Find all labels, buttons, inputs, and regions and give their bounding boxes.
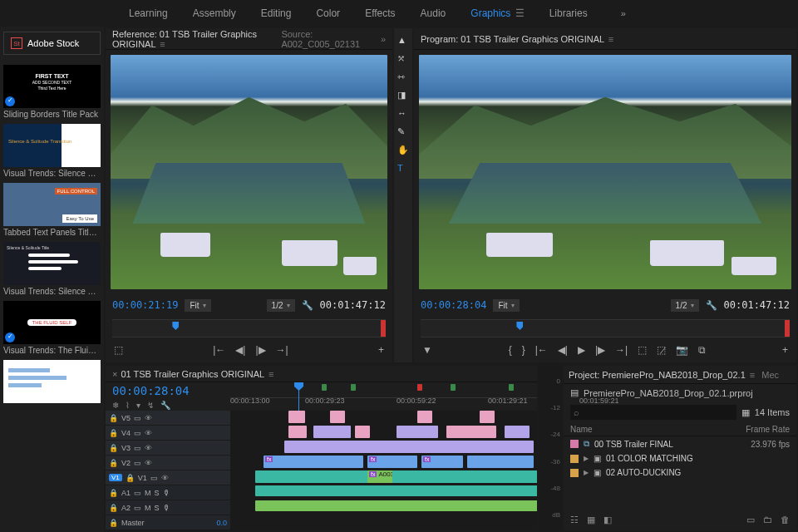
scrub-bar[interactable] bbox=[421, 319, 790, 337]
toggle-output[interactable]: ▭ bbox=[134, 414, 141, 422]
source-patch[interactable]: V1 bbox=[109, 474, 122, 481]
selection-tool-icon[interactable]: ▲ bbox=[397, 35, 409, 47]
zoom-dropdown[interactable]: Fit bbox=[493, 299, 519, 312]
ws-learning[interactable]: Learning bbox=[129, 7, 168, 19]
wrench-icon[interactable]: 🔧 bbox=[160, 401, 170, 410]
tool-column: ▲ ⤱ ⇿ ◨ ↔ ✎ ✋ T bbox=[394, 28, 412, 362]
playhead-icon[interactable] bbox=[516, 322, 523, 330]
ws-editing[interactable]: Editing bbox=[261, 7, 292, 19]
fx-button[interactable]: ⬚ bbox=[114, 344, 123, 356]
new-item-icon[interactable]: ▭ bbox=[746, 515, 755, 525]
export-frame-button[interactable]: 📷 bbox=[676, 344, 688, 356]
template-item[interactable]: FIRST TEXTADD SECOND TEXTThird Text Here… bbox=[3, 65, 101, 119]
ws-libraries[interactable]: Libraries bbox=[549, 7, 588, 19]
out-marker[interactable] bbox=[785, 320, 790, 337]
link-icon[interactable]: ⌇ bbox=[126, 401, 130, 410]
mark-out-button[interactable]: →| bbox=[276, 344, 288, 356]
chevron-right-icon[interactable]: ▶ bbox=[584, 455, 589, 462]
go-out-button[interactable]: →| bbox=[615, 344, 628, 356]
playhead-icon[interactable] bbox=[172, 322, 179, 330]
reference-viewer[interactable] bbox=[111, 55, 387, 289]
timecode-in[interactable]: 00:00:28:04 bbox=[421, 299, 486, 311]
template-thumb: FIRST TEXTADD SECOND TEXTThird Text Here… bbox=[3, 65, 101, 108]
new-bin-icon[interactable]: 🗀 bbox=[763, 515, 772, 525]
filter-icon[interactable]: ▦ bbox=[741, 407, 750, 418]
step-fwd-button[interactable]: |▶ bbox=[255, 344, 265, 356]
panel-menu-icon[interactable]: ≡ bbox=[160, 39, 165, 49]
lock-icon[interactable]: 🔒 bbox=[109, 414, 118, 422]
settings-icon[interactable]: 🔧 bbox=[302, 300, 313, 311]
panel-menu-icon[interactable]: ≡ bbox=[608, 34, 613, 44]
comparison-button[interactable]: ⧉ bbox=[698, 344, 706, 356]
snap-icon[interactable]: ❄ bbox=[112, 401, 119, 410]
template-thumb: THE FLUID SELF✓ bbox=[3, 301, 101, 344]
trash-icon[interactable]: 🗑 bbox=[781, 515, 790, 525]
play-button[interactable]: ▶ bbox=[578, 344, 585, 356]
button-editor[interactable]: + bbox=[378, 344, 384, 356]
timeline-tracks[interactable]: fx fx fx fxA003 bbox=[230, 411, 537, 530]
scrub-bar[interactable] bbox=[112, 319, 386, 337]
template-item[interactable]: Silence & Solitude Title Visual Trends: … bbox=[3, 242, 101, 296]
icon-view-icon[interactable]: ▦ bbox=[587, 515, 595, 525]
program-tab[interactable]: Program: 01 TSB Trailer Graphics ORIGINA… bbox=[421, 34, 613, 44]
track-select-tool-icon[interactable]: ⤱ bbox=[397, 53, 409, 65]
hand-tool-icon[interactable]: ✋ bbox=[397, 145, 409, 156]
zoom-dropdown[interactable]: Fit bbox=[185, 299, 210, 312]
ws-graphics[interactable]: Graphics ☰ bbox=[470, 7, 524, 19]
settings-icon[interactable]: 🔧 bbox=[706, 300, 717, 311]
out-marker[interactable] bbox=[381, 320, 386, 337]
tab-overflow[interactable]: » bbox=[381, 34, 386, 44]
timeline-timecode[interactable]: 00:00:28:04 bbox=[112, 384, 230, 397]
col-name[interactable]: Name bbox=[570, 425, 746, 434]
button-editor[interactable]: + bbox=[782, 344, 788, 356]
template-item[interactable]: THE FLUID SELF✓ Visual Trends: The Fluid… bbox=[3, 301, 101, 355]
razor-tool-icon[interactable]: ◨ bbox=[397, 90, 409, 101]
marker-button[interactable]: ▼ bbox=[422, 344, 432, 356]
reference-monitor: Reference: 01 TSB Trailer Graphics ORIGI… bbox=[106, 28, 392, 362]
extract-button[interactable]: ⬚̷ bbox=[657, 344, 666, 356]
resolution-dropdown[interactable]: 1/2 bbox=[267, 299, 295, 312]
step-back-button[interactable]: ◀| bbox=[235, 344, 245, 356]
mark-in-button[interactable]: |← bbox=[213, 344, 225, 356]
ripple-tool-icon[interactable]: ⇿ bbox=[397, 71, 409, 83]
timeline-ruler[interactable]: 00:00:13:00 00:00:29:23 00:00:59:22 00:0… bbox=[230, 382, 537, 411]
project-item[interactable]: ⧉00 TSB Trailer FINAL23.976 fps bbox=[564, 436, 796, 451]
lift-button[interactable]: ⬚ bbox=[638, 344, 647, 356]
project-tab[interactable]: Project: PremierePro_NAB2018_Drop_02.1 ≡ bbox=[569, 370, 755, 380]
reference-tab[interactable]: Reference: 01 TSB Trailer Graphics ORIGI… bbox=[112, 29, 271, 49]
pen-tool-icon[interactable]: ✎ bbox=[397, 126, 409, 138]
resolution-dropdown[interactable]: 1/2 bbox=[671, 299, 699, 312]
template-item[interactable] bbox=[3, 360, 101, 403]
type-tool-icon[interactable]: T bbox=[397, 163, 409, 175]
step-fwd-button[interactable]: |▶ bbox=[595, 344, 605, 356]
mark-in-button[interactable]: { bbox=[509, 344, 512, 356]
mic-icon[interactable]: 🎙 bbox=[163, 489, 170, 497]
ws-effects[interactable]: Effects bbox=[365, 7, 395, 19]
source-tab[interactable]: Source: A002_C005_02131 bbox=[281, 29, 370, 49]
col-framerate[interactable]: Frame Rate bbox=[746, 425, 790, 434]
project-item[interactable]: ▶▣02 AUTO-DUCKING bbox=[564, 466, 796, 480]
timecode-in[interactable]: 00:00:21:19 bbox=[112, 299, 178, 311]
list-view-icon[interactable]: ☷ bbox=[570, 515, 579, 525]
slip-tool-icon[interactable]: ↔ bbox=[397, 108, 409, 120]
eye-icon[interactable]: 👁 bbox=[145, 414, 152, 422]
chevron-right-icon[interactable]: ▶ bbox=[584, 469, 589, 476]
ws-audio[interactable]: Audio bbox=[421, 7, 446, 19]
settings-icon[interactable]: ↯ bbox=[147, 401, 154, 410]
project-search[interactable] bbox=[570, 405, 736, 420]
sequence-tab[interactable]: ×01 TSB Trailer Graphics ORIGINAL ≡ bbox=[112, 369, 273, 379]
adobe-stock-button[interactable]: St Adobe Stock bbox=[3, 32, 101, 55]
step-back-button[interactable]: ◀| bbox=[558, 344, 568, 356]
template-item[interactable]: Silence & Solitude Transition Visual Tre… bbox=[3, 124, 101, 178]
marker-icon[interactable]: ▾ bbox=[136, 401, 140, 410]
program-viewer[interactable] bbox=[419, 55, 791, 289]
project-item[interactable]: ▶▣01 COLOR MATCHING bbox=[564, 451, 796, 466]
ws-assembly[interactable]: Assembly bbox=[193, 7, 236, 19]
go-in-button[interactable]: |← bbox=[535, 344, 548, 356]
item-count: 14 Items bbox=[755, 407, 790, 417]
freeform-view-icon[interactable]: ◧ bbox=[603, 515, 612, 525]
ws-overflow[interactable]: » bbox=[621, 8, 626, 18]
template-item[interactable]: FULL CONTROLEasy To Use Tabbed Text Pane… bbox=[3, 183, 101, 237]
ws-color[interactable]: Color bbox=[316, 7, 340, 19]
mark-out-button[interactable]: } bbox=[522, 344, 525, 356]
